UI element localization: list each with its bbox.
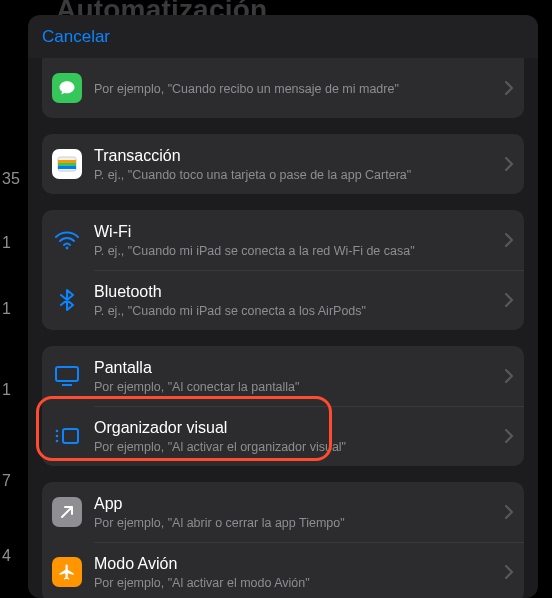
row-title: Pantalla [94, 358, 499, 377]
trigger-row-stage-manager[interactable]: Organizador visual Por ejemplo, "Al acti… [42, 406, 524, 466]
row-title: Wi-Fi [94, 222, 499, 241]
chevron-right-icon [505, 157, 514, 171]
chevron-right-icon [505, 81, 514, 95]
bg-side-number: 1 [2, 234, 11, 252]
trigger-list: Por ejemplo, "Cuando recibo un mensaje d… [28, 58, 538, 598]
nav-bar: Cancelar [28, 15, 538, 58]
svg-rect-7 [63, 429, 78, 443]
row-subtitle: Por ejemplo, "Al activar el modo Avión" [94, 576, 499, 590]
trigger-row-bluetooth[interactable]: Bluetooth P. ej., "Cuando mi iPad se con… [42, 270, 524, 330]
chevron-right-icon [505, 293, 514, 307]
svg-point-4 [66, 247, 69, 250]
chevron-right-icon [505, 505, 514, 519]
chevron-right-icon [505, 233, 514, 247]
svg-point-9 [56, 435, 59, 438]
bluetooth-icon [52, 285, 82, 315]
chevron-right-icon [505, 565, 514, 579]
wifi-icon [52, 225, 82, 255]
row-text: Modo Avión Por ejemplo, "Al activar el m… [94, 554, 499, 589]
row-text: App Por ejemplo, "Al abrir o cerrar la a… [94, 494, 499, 529]
svg-rect-1 [58, 160, 76, 163]
airplane-icon [52, 557, 82, 587]
row-title: App [94, 494, 499, 513]
svg-point-8 [56, 430, 59, 433]
trigger-group: Transacción P. ej., "Cuando toco una tar… [42, 134, 524, 194]
trigger-row-airplane[interactable]: Modo Avión Por ejemplo, "Al activar el m… [42, 542, 524, 598]
cancel-button[interactable]: Cancelar [42, 27, 110, 47]
app-icon [52, 497, 82, 527]
chevron-right-icon [505, 369, 514, 383]
chevron-right-icon [505, 429, 514, 443]
trigger-row-transaction[interactable]: Transacción P. ej., "Cuando toco una tar… [42, 134, 524, 194]
row-text: Organizador visual Por ejemplo, "Al acti… [94, 418, 499, 453]
trigger-group: Por ejemplo, "Cuando recibo un mensaje d… [42, 58, 524, 118]
trigger-row-wifi[interactable]: Wi-Fi P. ej., "Cuando mi iPad se conecta… [42, 210, 524, 270]
row-text: Bluetooth P. ej., "Cuando mi iPad se con… [94, 282, 499, 317]
row-subtitle: P. ej., "Cuando mi iPad se conecta a la … [94, 244, 499, 258]
row-subtitle: P. ej., "Cuando toco una tarjeta o pase … [94, 168, 499, 182]
trigger-row-app[interactable]: App Por ejemplo, "Al abrir o cerrar la a… [42, 482, 524, 542]
row-subtitle: Por ejemplo, "Cuando recibo un mensaje d… [94, 82, 499, 96]
trigger-row-display[interactable]: Pantalla Por ejemplo, "Al conectar la pa… [42, 346, 524, 406]
bg-side-number: 7 [2, 472, 11, 490]
row-title: Transacción [94, 146, 499, 165]
bg-side-number: 4 [2, 547, 11, 565]
svg-rect-2 [58, 163, 76, 166]
row-subtitle: P. ej., "Cuando mi iPad se conecta a los… [94, 304, 499, 318]
row-text: Pantalla Por ejemplo, "Al conectar la pa… [94, 358, 499, 393]
bg-side-number: 1 [2, 381, 11, 399]
bg-side-number: 1 [2, 300, 11, 318]
row-subtitle: Por ejemplo, "Al conectar la pantalla" [94, 380, 499, 394]
display-icon [52, 361, 82, 391]
trigger-group: Wi-Fi P. ej., "Cuando mi iPad se conecta… [42, 210, 524, 330]
message-icon [52, 73, 82, 103]
stage-manager-icon [52, 421, 82, 451]
bg-side-number: 35 [2, 170, 20, 188]
wallet-icon [52, 149, 82, 179]
trigger-group: Pantalla Por ejemplo, "Al conectar la pa… [42, 346, 524, 466]
svg-rect-3 [58, 166, 76, 169]
svg-point-10 [56, 440, 59, 443]
trigger-group: App Por ejemplo, "Al abrir o cerrar la a… [42, 482, 524, 598]
svg-rect-5 [56, 367, 78, 381]
row-text: Por ejemplo, "Cuando recibo un mensaje d… [94, 80, 499, 96]
row-title: Organizador visual [94, 418, 499, 437]
row-title: Bluetooth [94, 282, 499, 301]
row-text: Transacción P. ej., "Cuando toco una tar… [94, 146, 499, 181]
row-subtitle: Por ejemplo, "Al activar el organizador … [94, 440, 499, 454]
row-subtitle: Por ejemplo, "Al abrir o cerrar la app T… [94, 516, 499, 530]
row-text: Wi-Fi P. ej., "Cuando mi iPad se conecta… [94, 222, 499, 257]
modal-sheet: Cancelar Por ejemplo, "Cuando recibo un … [28, 15, 538, 598]
row-title: Modo Avión [94, 554, 499, 573]
trigger-row-message[interactable]: Por ejemplo, "Cuando recibo un mensaje d… [42, 58, 524, 118]
